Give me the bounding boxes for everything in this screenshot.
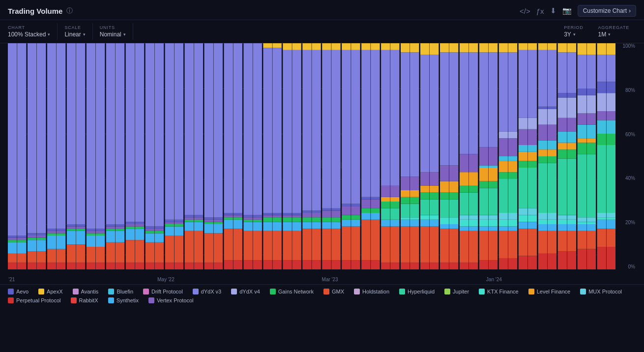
y-axis: 100% 80% 60% 40% 20% 0% (616, 43, 636, 269)
units-control: UNITS Nominal ▾ (100, 23, 133, 40)
header-actions: </> ƒx ⬇ 📷 Customize Chart › (520, 5, 636, 17)
period-selector[interactable]: 3Y ▾ (564, 31, 583, 38)
legend-color-hyperliquid (399, 289, 405, 294)
legend-item-holdstation[interactable]: Holdstation (354, 289, 389, 294)
legend-label-gmx: GMX (332, 289, 344, 294)
legend-color-bluefin (108, 289, 114, 294)
legend-label-apex: ApexX (47, 289, 62, 294)
legend-label-vertex: Vertex Protocol (157, 297, 194, 303)
legend-item-level[interactable]: Level Finance (528, 289, 571, 294)
x-label-may22: May '22 (157, 277, 175, 282)
legend-item-apex[interactable]: ApexX (38, 289, 62, 294)
legend-color-ktx (479, 289, 485, 294)
legend-label-dydx_v3: dYdX v3 (201, 289, 222, 294)
legend-label-synthetix: Synthetix (117, 297, 139, 303)
page-title: Trading Volume (8, 7, 62, 15)
chart-inner: ⊕ Artemis 100% 80% 60% 40% 20% 0% Jul '2… (8, 43, 636, 284)
legend-label-dydx_v4: dYdX v4 (239, 289, 260, 294)
chart-type-label: CHART (8, 25, 50, 30)
legend-label-hyperliquid: Hyperliquid (408, 289, 435, 294)
y-label-100: 100% (622, 43, 635, 49)
aggregate-chevron: ▾ (608, 32, 611, 37)
legend-label-gains: Gains Network (278, 289, 314, 294)
legend-item-rabbitx[interactable]: RabbitX (71, 297, 98, 303)
legend-color-drift (143, 289, 149, 294)
period-control: PERIOD 3Y ▾ (564, 23, 590, 40)
legend-label-rabbitx: RabbitX (79, 297, 98, 303)
code-icon[interactable]: </> (520, 7, 530, 15)
legend-color-avantis (73, 289, 79, 294)
legend-item-bluefin[interactable]: Bluefin (108, 289, 133, 294)
legend-item-hyperliquid[interactable]: Hyperliquid (399, 289, 435, 294)
legend-color-dydx_v4 (231, 289, 237, 294)
aggregate-label: AGGREGATE (598, 25, 629, 30)
legend-color-vertex (148, 297, 154, 303)
chart-svg (8, 43, 615, 269)
period-chevron: ▾ (573, 32, 576, 37)
legend-item-mux[interactable]: MUX Protocol (580, 289, 622, 294)
legend-item-gmx[interactable]: GMX (323, 289, 344, 294)
legend-item-synthetix[interactable]: Synthetix (108, 297, 139, 303)
scale-label: SCALE (64, 25, 85, 30)
legend-color-perpetual (8, 297, 14, 303)
legend-label-drift: Drift Protocol (151, 289, 183, 294)
scale-control: SCALE Linear ▾ (64, 23, 92, 40)
camera-icon[interactable]: 📷 (562, 6, 572, 15)
aggregate-selector[interactable]: 1M ▾ (598, 31, 629, 38)
legend-color-rabbitx (71, 297, 77, 303)
y-label-20: 20% (625, 220, 635, 225)
page-header: Trading Volume ⓘ </> ƒx ⬇ 📷 Customize Ch… (0, 0, 644, 20)
bars-area (8, 43, 615, 269)
legend-item-dydx_v4[interactable]: dYdX v4 (231, 289, 260, 294)
legend-color-holdstation (354, 289, 360, 294)
legend-color-mux (580, 289, 586, 294)
legend-area: AevoApexXAvantisBluefinDrift ProtocoldYd… (0, 284, 644, 307)
legend-item-jupiter[interactable]: Jupiter (444, 289, 469, 294)
legend-color-level (528, 289, 534, 294)
legend-label-bluefin: Bluefin (117, 289, 133, 294)
legend-item-vertex[interactable]: Vertex Protocol (148, 297, 194, 303)
chart-type-selector[interactable]: 100% Stacked ▾ (8, 31, 50, 38)
legend-color-gains (270, 289, 276, 294)
legend-label-ktx: KTX Finance (487, 289, 519, 294)
legend-color-dydx_v3 (193, 289, 199, 294)
period-label: PERIOD (564, 25, 583, 30)
legend-label-perpetual: Perpetual Protocol (16, 297, 61, 303)
legend-item-ktx[interactable]: KTX Finance (479, 289, 519, 294)
chart-type-chevron: ▾ (48, 32, 50, 37)
legend-label-holdstation: Holdstation (362, 289, 389, 294)
legend-label-jupiter: Jupiter (453, 289, 469, 294)
download-icon[interactable]: ⬇ (550, 6, 556, 15)
y-label-0: 0% (628, 264, 635, 269)
chart-type-control: CHART 100% Stacked ▾ (8, 23, 58, 40)
x-label-mar23: Mar '23 (322, 277, 338, 282)
legend-item-avantis[interactable]: Avantis (73, 289, 99, 294)
x-axis: Jul '21 May '22 Mar '23 Jan '24 (8, 270, 615, 284)
x-label-jan24: Jan '24 (486, 277, 502, 282)
x-label-jul21: Jul '21 (8, 277, 15, 282)
period-section: PERIOD 3Y ▾ AGGREGATE 1M ▾ (564, 23, 636, 40)
legend-item-perpetual[interactable]: Perpetual Protocol (8, 297, 61, 303)
formula-icon[interactable]: ƒx (536, 7, 544, 15)
legend-color-gmx (323, 289, 329, 294)
legend-color-aevo (8, 289, 14, 294)
y-label-40: 40% (625, 176, 635, 181)
legend-color-jupiter (444, 289, 450, 294)
legend-label-level: Level Finance (537, 289, 571, 294)
chart-area: ⊕ Artemis 100% 80% 60% 40% 20% 0% Jul '2… (0, 43, 644, 284)
legend-label-mux: MUX Protocol (588, 289, 622, 294)
scale-selector[interactable]: Linear ▾ (64, 31, 85, 38)
legend-label-avantis: Avantis (81, 289, 99, 294)
customize-chart-button[interactable]: Customize Chart › (578, 5, 636, 17)
legend-item-aevo[interactable]: Aevo (8, 289, 29, 294)
legend-label-aevo: Aevo (16, 289, 29, 294)
legend-color-apex (38, 289, 44, 294)
units-label: UNITS (100, 25, 126, 30)
legend-item-dydx_v3[interactable]: dYdX v3 (193, 289, 222, 294)
legend-item-gains[interactable]: Gains Network (270, 289, 314, 294)
units-chevron: ▾ (123, 32, 126, 37)
info-icon[interactable]: ⓘ (66, 6, 73, 15)
legend-item-drift[interactable]: Drift Protocol (143, 289, 183, 294)
aggregate-control: AGGREGATE 1M ▾ (598, 23, 636, 40)
units-selector[interactable]: Nominal ▾ (100, 31, 126, 38)
